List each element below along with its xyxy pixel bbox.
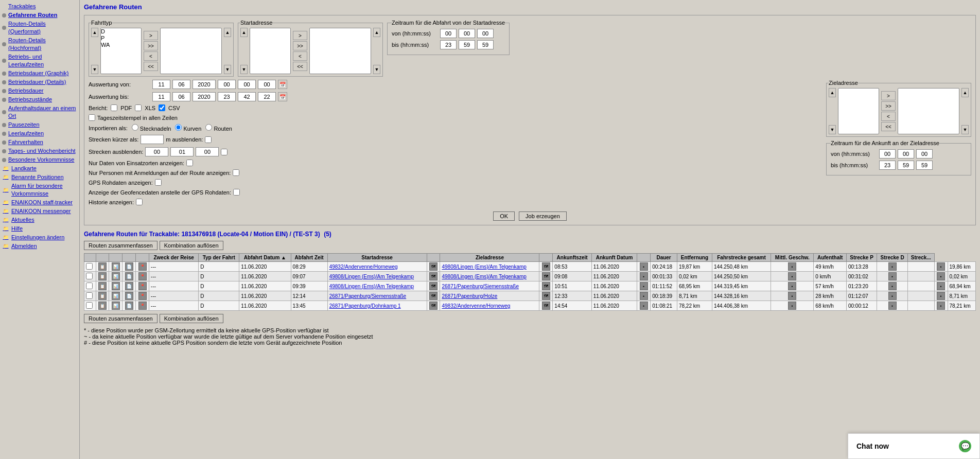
row-checkbox-cell[interactable] <box>84 272 96 281</box>
speed-icon[interactable]: ▪ <box>788 262 796 271</box>
speed-icon[interactable]: ▪ <box>788 292 796 300</box>
row-icon-cell-2[interactable]: 📄 <box>122 262 136 272</box>
ziel-map-icon[interactable]: 🗺 <box>542 272 550 280</box>
row-icon-cell-3[interactable]: 📍 <box>136 291 149 301</box>
fahrttyp-move-right[interactable]: > <box>144 31 158 40</box>
av-day[interactable] <box>152 80 170 89</box>
historie-cb[interactable] <box>136 199 143 205</box>
row-icon-cell-3[interactable]: 📍 <box>136 281 149 291</box>
job-button[interactable]: Job erzeugen <box>519 211 567 221</box>
nur-einsatzorte-cb[interactable] <box>186 160 193 166</box>
sidebar-item-fahrverhalten[interactable]: Fahrverhalten <box>1 138 78 147</box>
strecke-p-icon[interactable]: ▪ <box>888 292 897 300</box>
strecke-p-icon-cell[interactable]: ▪ <box>877 262 908 272</box>
row-icon-cell-3[interactable]: 📍 <box>136 262 149 272</box>
start-move-right[interactable]: > <box>293 31 307 40</box>
sidebar-item-hilfe[interactable]: 📁Hilfe <box>1 224 78 233</box>
fahrttyp-right-scroll-up[interactable]: ▲ <box>224 28 231 37</box>
start-map-icon[interactable]: 🗺 <box>429 292 437 300</box>
sidebar-item-betriebszustande[interactable]: Betriebszustände <box>1 95 78 104</box>
row-icon-cell-0[interactable]: 📋 <box>96 272 109 281</box>
row-action-icon-2[interactable]: 📄 <box>125 272 133 280</box>
tageszeitstempel-checkbox[interactable] <box>89 114 95 121</box>
import-routen-radio[interactable] <box>205 124 212 131</box>
strecke-d-icon[interactable]: ▪ <box>937 272 945 280</box>
row-icon-cell-2[interactable]: 📄 <box>122 301 136 311</box>
sidebar-item-leerlaufzeiten[interactable]: Leerlaufzeiten <box>1 129 78 138</box>
row-action-icon-3[interactable]: 📍 <box>138 292 147 300</box>
strecken-ausblenden-m[interactable] <box>170 147 194 156</box>
speed-icon-cell[interactable]: ▪ <box>771 291 814 301</box>
ziel-map-icon[interactable]: 🗺 <box>542 262 550 271</box>
cell-startadresse[interactable]: 49832/Andervenne/Horneweg <box>327 262 427 272</box>
av-calendar-icon[interactable]: 📅 <box>278 80 287 89</box>
row-icon-cell-2[interactable]: 📄 <box>122 291 136 301</box>
sidebar-item-landkarte[interactable]: 📁Landkarte <box>1 164 78 173</box>
fahrttyp-move-left[interactable]: < <box>144 51 158 61</box>
row-icon-cell-0[interactable]: 📋 <box>96 262 109 272</box>
sidebar-item-aktuelles[interactable]: 📁Aktuelles <box>1 216 78 224</box>
ziel-move-all-left[interactable]: << <box>881 122 896 131</box>
cell-zieladresse[interactable]: 49808/Lingen (Ems)/Am Telgenkamp <box>440 272 539 281</box>
ankunft-von-m[interactable] <box>898 149 914 158</box>
sidebar-item-pausezeiten[interactable]: Pausezeiten <box>1 120 78 129</box>
row-checkbox[interactable] <box>86 302 93 309</box>
nur-personen-cb[interactable] <box>233 169 239 176</box>
ziel-right-scroll-up[interactable]: ▲ <box>961 88 969 97</box>
ziel-scroll-down[interactable]: ▼ <box>829 125 836 134</box>
start-move-all-right[interactable]: >> <box>293 41 307 50</box>
speed-icon-cell[interactable]: ▪ <box>771 281 814 291</box>
strecke-p-icon[interactable]: ▪ <box>888 272 897 280</box>
ab-calendar-icon[interactable]: 📅 <box>278 92 287 101</box>
row-icon-cell-1[interactable]: 📊 <box>109 291 122 301</box>
start-icon-cell[interactable]: 🗺 <box>427 291 440 301</box>
row-action-icon-2[interactable]: 📄 <box>125 302 133 310</box>
row-icon-cell-2[interactable]: 📄 <box>122 272 136 281</box>
row-action-icon-3[interactable]: 📍 <box>138 282 147 290</box>
cell-zieladresse[interactable]: 26871/Papenburg/Siemensstraße <box>440 281 539 291</box>
start-icon-cell[interactable]: 🗺 <box>427 301 440 311</box>
av-h[interactable] <box>218 80 236 89</box>
fahrttyp-right-scroll-down[interactable]: ▼ <box>224 65 231 74</box>
ziel-map-icon[interactable]: 🗺 <box>542 292 550 300</box>
ankunft-icon[interactable]: ▪ <box>640 282 648 290</box>
ankunft-von-h[interactable] <box>879 149 896 158</box>
csv-checkbox[interactable] <box>159 104 165 111</box>
row-icon-cell-2[interactable]: 📄 <box>122 281 136 291</box>
row-action-icon-1[interactable]: 📊 <box>112 302 120 310</box>
start-icon-cell[interactable]: 🗺 <box>427 272 440 281</box>
cell-startadresse[interactable]: 49808/Lingen (Ems)/Am Telgenkamp <box>327 281 427 291</box>
av-m[interactable] <box>238 80 256 89</box>
pdf-checkbox[interactable] <box>111 104 117 111</box>
strecke-d-icon[interactable]: ▪ <box>937 292 945 300</box>
sidebar-item-betriebsdauer-details[interactable]: Betriebsdauer (Details) <box>1 78 78 86</box>
start-map-icon[interactable]: 🗺 <box>429 302 437 310</box>
av-month[interactable] <box>172 80 190 89</box>
ab-m[interactable] <box>238 92 256 101</box>
strecke-d-icon-cell[interactable]: ▪ <box>934 281 948 291</box>
start-scroll-up[interactable]: ▲ <box>240 28 248 37</box>
row-icon-cell-0[interactable]: 📋 <box>96 291 109 301</box>
ziel-icon-cell[interactable]: 🗺 <box>539 272 553 281</box>
row-checkbox-cell[interactable] <box>84 291 96 301</box>
strecke-p-icon-cell[interactable]: ▪ <box>877 272 908 281</box>
strecken-kurzer-input[interactable] <box>141 135 164 144</box>
ankunft-bis-s[interactable] <box>916 161 933 170</box>
ab-day[interactable] <box>152 92 170 101</box>
cell-zieladresse[interactable]: 49808/Lingen (Ems)/Am Telgenkamp <box>440 262 539 272</box>
ankunft-icon[interactable]: ▪ <box>640 262 648 271</box>
start-icon-cell[interactable]: 🗺 <box>427 262 440 272</box>
row-action-icon-0[interactable]: 📋 <box>98 262 107 271</box>
ankunft-von-s[interactable] <box>916 149 933 158</box>
import-kurven[interactable]: Kurven <box>175 124 201 132</box>
row-action-icon-0[interactable]: 📋 <box>98 272 107 280</box>
fahrttyp-move-all-right[interactable]: >> <box>144 41 158 50</box>
ziel-map-icon[interactable]: 🗺 <box>542 282 550 290</box>
sidebar-item-alarm-besondere[interactable]: 📁Alarm für besondere Vorkommnisse <box>1 182 78 198</box>
sidebar-item-betriebsdauer[interactable]: Betriebsdauer <box>1 86 78 95</box>
sidebar-item-betriebs-leer[interactable]: Betriebs- und Leerlaufzeiten <box>1 52 78 69</box>
abfahrt-von-m[interactable] <box>459 29 475 38</box>
start-icon-cell[interactable]: 🗺 <box>427 281 440 291</box>
cell-startadresse[interactable]: 26871/Papenburg/Siemensstraße <box>327 291 427 301</box>
row-action-icon-3[interactable]: 📍 <box>138 272 147 280</box>
